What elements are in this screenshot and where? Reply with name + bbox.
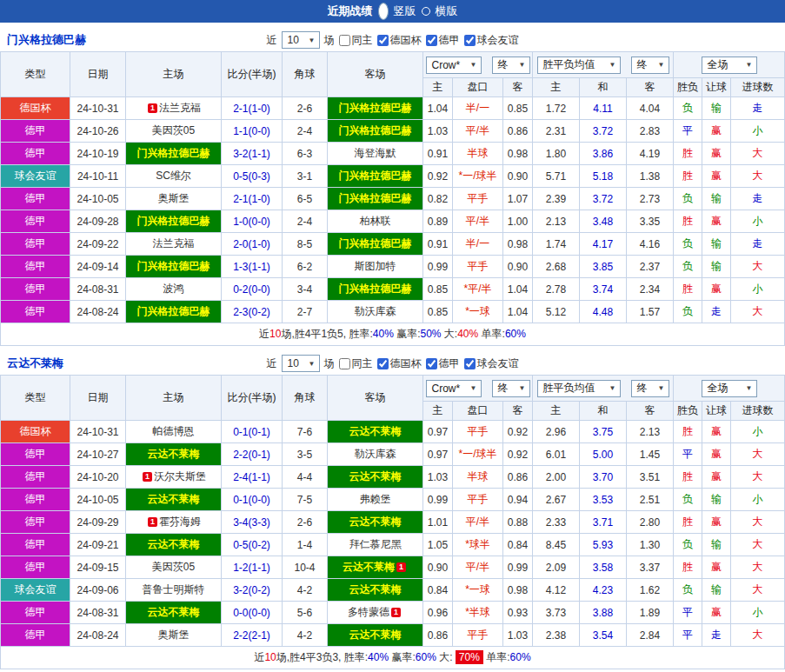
odds-home-cell: 0.84 bbox=[423, 579, 453, 602]
avg-draw-cell: 5.18 bbox=[580, 165, 627, 188]
avg-draw-cell: 3.86 bbox=[580, 143, 627, 165]
score-cell[interactable]: 2-3(0-2) bbox=[222, 301, 283, 323]
score-cell[interactable]: 3-2(1-1) bbox=[222, 143, 283, 165]
cup-checkbox-input[interactable] bbox=[377, 35, 389, 46]
score-cell[interactable]: 1-3(1-1) bbox=[222, 256, 283, 278]
match-count-select[interactable]: 10▼ bbox=[282, 355, 320, 372]
score-cell[interactable]: 2-1(1-0) bbox=[222, 188, 283, 210]
odds-company-select[interactable]: Crow*▼ bbox=[426, 57, 482, 74]
league-checkbox-input[interactable] bbox=[426, 358, 437, 369]
score-cell[interactable]: 0-5(0-3) bbox=[222, 165, 283, 188]
chevron-down-icon: ▼ bbox=[470, 384, 477, 392]
final-odds-select[interactable]: 终▼ bbox=[492, 380, 530, 397]
goal-result-cell: 小 bbox=[731, 210, 785, 233]
date-cell: 24-10-11 bbox=[70, 165, 126, 188]
cup-checkbox[interactable]: 德国杯 bbox=[377, 356, 422, 371]
match-row: 德甲24-08-24奥斯堡2-2(2-1)4-2云达不莱梅0.86平手1.032… bbox=[1, 624, 785, 647]
match-row: 德甲24-10-201沃尔夫斯堡2-4(1-1)4-4云达不莱梅1.03半球0.… bbox=[1, 466, 785, 489]
page-title: 近期战绩 bbox=[328, 3, 373, 19]
handicap-cell: *半球 bbox=[453, 602, 503, 624]
competition-badge: 球会友谊 bbox=[1, 579, 70, 602]
vertical-layout-radio[interactable] bbox=[378, 3, 389, 20]
section-header: 门兴格拉德巴赫 近 10▼ 场 同主 德国杯 德甲 球会友谊 bbox=[0, 29, 785, 51]
odds-away-cell: 1.04 bbox=[503, 278, 533, 301]
score-cell[interactable]: 2-1(1-0) bbox=[222, 97, 283, 120]
horizontal-layout-radio[interactable] bbox=[422, 7, 430, 16]
final-odds-select[interactable]: 终▼ bbox=[492, 57, 530, 74]
away-team-cell: 云达不莱梅 bbox=[328, 624, 423, 647]
handicap-cell: 半球 bbox=[453, 466, 503, 489]
col-avg-draw: 和 bbox=[580, 78, 627, 97]
score-cell[interactable]: 0-1(0-1) bbox=[222, 421, 283, 443]
result-cell: 平 bbox=[674, 602, 702, 624]
league-checkbox[interactable]: 德甲 bbox=[426, 356, 460, 371]
home-team-cell: 云达不莱梅 bbox=[126, 443, 222, 466]
date-cell: 24-10-27 bbox=[70, 443, 126, 466]
wdl-average-select[interactable]: 胜平负均值▼ bbox=[537, 57, 621, 74]
same-home-checkbox[interactable]: 同主 bbox=[339, 356, 373, 371]
avg-draw-cell: 3.75 bbox=[580, 421, 627, 443]
odds-home-cell: 0.86 bbox=[423, 624, 453, 647]
away-team-cell: 海登海默 bbox=[328, 143, 423, 165]
match-count-select[interactable]: 10▼ bbox=[282, 31, 320, 49]
friendly-checkbox[interactable]: 球会友谊 bbox=[464, 356, 519, 371]
home-team-cell: 奥斯堡 bbox=[126, 188, 222, 210]
wdl-average-select[interactable]: 胜平负均值▼ bbox=[537, 380, 621, 397]
result-cell: 胜 bbox=[674, 421, 702, 443]
avg-draw-cell: 5.00 bbox=[580, 443, 627, 466]
col-odds-away: 客 bbox=[503, 78, 533, 97]
goal-result-cell: 大 bbox=[731, 511, 785, 534]
col-avg-home: 主 bbox=[533, 402, 580, 421]
odds-away-cell: 0.88 bbox=[503, 511, 533, 534]
same-home-checkbox[interactable]: 同主 bbox=[339, 33, 373, 48]
same-home-checkbox-input[interactable] bbox=[339, 35, 350, 46]
final-avg-select[interactable]: 终▼ bbox=[631, 380, 669, 397]
match-row: 德甲24-08-24门兴格拉德巴赫2-3(0-2)2-7勒沃库森0.85*一球1… bbox=[1, 301, 785, 323]
same-home-checkbox-input[interactable] bbox=[339, 358, 350, 369]
score-cell[interactable]: 3-2(0-2) bbox=[222, 579, 283, 602]
friendly-checkbox[interactable]: 球会友谊 bbox=[464, 33, 519, 48]
red-card-icon: 1 bbox=[148, 103, 157, 113]
score-cell[interactable]: 0-0(0-0) bbox=[222, 602, 283, 624]
score-cell[interactable]: 2-2(2-1) bbox=[222, 624, 283, 647]
corner-cell: 6-3 bbox=[283, 143, 328, 165]
score-cell[interactable]: 2-2(0-1) bbox=[222, 443, 283, 466]
home-team-cell: 法兰克福 bbox=[126, 233, 222, 256]
red-card-icon: 1 bbox=[396, 562, 406, 572]
goal-result-cell: 走 bbox=[731, 97, 785, 120]
score-cell[interactable]: 0-2(0-0) bbox=[222, 278, 283, 301]
score-cell[interactable]: 1-0(0-0) bbox=[222, 210, 283, 233]
full-match-select[interactable]: 全场▼ bbox=[702, 57, 757, 74]
avg-home-cell: 2.31 bbox=[533, 120, 580, 143]
col-avg-draw: 和 bbox=[580, 402, 627, 421]
cup-checkbox[interactable]: 德国杯 bbox=[377, 33, 422, 48]
score-cell[interactable]: 1-2(1-1) bbox=[222, 556, 283, 579]
handicap-cell: 平/半 bbox=[453, 120, 503, 143]
date-cell: 24-08-24 bbox=[70, 624, 126, 647]
summary-part: 大: bbox=[436, 651, 456, 663]
handicap-cell: 半/一 bbox=[453, 97, 503, 120]
league-checkbox-input[interactable] bbox=[426, 35, 437, 46]
final-avg-select[interactable]: 终▼ bbox=[631, 57, 669, 74]
friendly-checkbox-input[interactable] bbox=[464, 35, 476, 46]
score-cell[interactable]: 1-1(0-0) bbox=[222, 120, 283, 143]
goal-result-cell: 大 bbox=[731, 624, 785, 647]
score-cell[interactable]: 0-1(0-0) bbox=[222, 489, 283, 511]
home-team-cell: SC维尔 bbox=[126, 165, 222, 188]
full-match-select[interactable]: 全场▼ bbox=[702, 380, 757, 397]
odds-company-select[interactable]: Crow*▼ bbox=[426, 380, 482, 397]
friendly-checkbox-input[interactable] bbox=[464, 358, 476, 369]
league-checkbox[interactable]: 德甲 bbox=[426, 33, 460, 48]
score-cell[interactable]: 3-4(3-3) bbox=[222, 511, 283, 534]
corner-cell: 4-4 bbox=[283, 466, 328, 489]
score-cell[interactable]: 2-0(1-0) bbox=[222, 233, 283, 256]
goal-result-cell: 大 bbox=[731, 165, 785, 188]
cup-checkbox-input[interactable] bbox=[377, 358, 389, 369]
score-cell[interactable]: 2-4(1-1) bbox=[222, 466, 283, 489]
horizontal-layout-label[interactable]: 横版 bbox=[436, 3, 458, 19]
score-cell[interactable]: 0-5(0-2) bbox=[222, 534, 283, 556]
competition-badge: 德甲 bbox=[1, 602, 70, 624]
vertical-layout-label[interactable]: 竖版 bbox=[394, 3, 416, 19]
handicap-cell: *平/半 bbox=[453, 278, 503, 301]
odds-away-cell: 0.93 bbox=[503, 602, 533, 624]
